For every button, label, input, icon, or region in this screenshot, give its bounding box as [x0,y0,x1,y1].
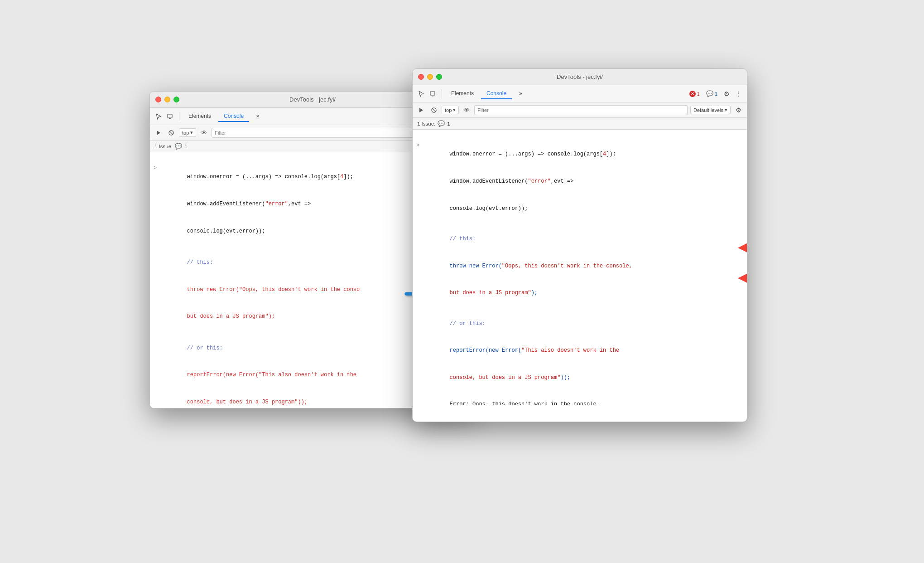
info-icon-fg: 💬 [706,90,713,97]
tab-elements-fg[interactable]: Elements [446,88,479,99]
device-tool-icon-bg[interactable] [165,112,175,121]
block-icon-fg[interactable] [429,105,439,115]
settings-icon-fg2[interactable]: ⚙ [733,105,743,115]
tab-console-bg[interactable]: Console [218,111,249,122]
error-icon-fg: ✕ [689,91,696,97]
console-content-fg: > window.onerror = (...args) => console.… [413,130,747,405]
close-button-bg[interactable] [155,97,161,102]
console-toolbar-fg: top ▾ 👁 Default levels ▾ ⚙ [413,102,747,118]
svg-marker-2 [157,131,160,135]
issue-bar-fg: 1 Issue: 💬 1 [413,118,747,130]
fg-line-1: > window.onerror = (...args) => console.… [413,132,747,168]
filter-input-fg[interactable] [474,105,688,115]
fg-throw-2: but does in a JS program"); [413,280,747,307]
fg-report-1: reportError(new Error("This also doesn't… [413,337,747,364]
block-icon-bg[interactable] [166,128,176,138]
svg-marker-7 [419,108,423,112]
fg-report-2: console, but does in a JS program")); [413,364,747,392]
red-arrow-1: ◀ [738,239,747,254]
cursor-tool-icon-bg[interactable] [154,112,164,121]
separator-bg [179,112,179,121]
issue-chat-icon-fg: 💬 [438,120,445,127]
maximize-button-fg[interactable] [436,74,442,80]
foreground-devtools-window: DevTools - jec.fyi/ Elements Console » ✕… [412,68,747,422]
main-toolbar-fg: Elements Console » ✕ 1 💬 1 ⚙ ⋮ [413,85,747,102]
fg-line-2: window.addEventListener("error",evt => [413,168,747,195]
fg-line-3: console.log(evt.error)); [413,195,747,222]
svg-rect-0 [168,114,172,118]
error-badge-fg: ✕ 1 [687,90,702,97]
minimize-button-fg[interactable] [427,74,433,80]
issue-chat-icon-bg: 💬 [175,143,182,150]
minimize-button-bg[interactable] [164,97,170,102]
more-icon-fg[interactable]: ⋮ [733,89,743,99]
svg-rect-1 [169,118,171,119]
info-badge-fg: 💬 1 [704,90,720,97]
tab-more-bg[interactable]: » [251,111,265,122]
eye-icon-bg[interactable]: 👁 [199,128,209,138]
svg-line-4 [170,131,173,134]
fg-comment-1: // this: [413,226,747,253]
top-dropdown-fg[interactable]: top ▾ [442,106,459,114]
device-tool-icon-fg[interactable] [428,89,438,99]
levels-dropdown-fg[interactable]: Default levels ▾ [690,106,731,114]
scene: DevTools - jec.fyi/ Elements Console » ✕… [149,55,775,508]
tab-elements-bg[interactable]: Elements [183,111,217,122]
play-icon-fg[interactable] [416,105,426,115]
tab-more-fg[interactable]: » [514,88,528,99]
top-dropdown-bg[interactable]: top ▾ [179,128,196,137]
separator-fg [442,89,442,98]
play-icon-bg[interactable] [154,128,164,138]
eye-icon-fg[interactable]: 👁 [462,105,472,115]
svg-rect-5 [430,92,435,95]
window-title-bg: DevTools - jec.fyi/ [289,96,336,103]
red-arrow-2: ◀ [738,270,747,285]
cursor-tool-icon-fg[interactable] [416,89,426,99]
maximize-button-bg[interactable] [173,97,179,102]
traffic-lights-fg [418,74,442,80]
traffic-lights-bg [155,97,179,102]
svg-line-9 [433,108,436,112]
window-title-fg: DevTools - jec.fyi/ [557,73,603,80]
tab-console-fg[interactable]: Console [481,88,512,99]
fg-comment-2: // or this: [413,311,747,338]
close-button-fg[interactable] [418,74,424,80]
fg-info-1: Error: Oops, this doesn't work in the co… [413,391,747,405]
fg-throw-1: throw new Error("Oops, this doesn't work… [413,252,747,280]
filter-input-bg[interactable] [212,128,428,138]
svg-rect-6 [432,96,433,97]
settings-icon-fg[interactable]: ⚙ [722,89,732,99]
titlebar-fg: DevTools - jec.fyi/ [413,69,747,85]
